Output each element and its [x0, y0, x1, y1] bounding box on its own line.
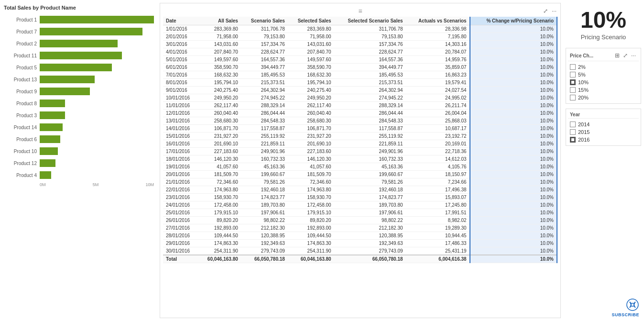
- table-row[interactable]: 20/01/2016181,509.70199,660.67181,509.70…: [163, 171, 557, 178]
- table-row[interactable]: 28/01/2016109,444.50120,388.95109,444.50…: [163, 232, 557, 240]
- bar-row[interactable]: Product 13: [4, 74, 154, 85]
- bar-row[interactable]: Product 12: [4, 158, 154, 168]
- table-header-cell[interactable]: Selected Scenario Sales: [334, 17, 406, 25]
- year-slicer-item[interactable]: 2016: [568, 136, 639, 144]
- subscribe-dna-icon[interactable]: [626, 298, 639, 311]
- bar-row[interactable]: Product 4: [4, 170, 154, 180]
- table-row[interactable]: 27/01/2016192,893.00212,182.30192,893.00…: [163, 224, 557, 232]
- checkbox[interactable]: [570, 129, 576, 135]
- table-row[interactable]: 15/01/2016231,927.20255,119.92231,927.20…: [163, 133, 557, 140]
- table-cell: 10.0%: [470, 71, 557, 79]
- checkbox[interactable]: [570, 87, 576, 93]
- bar-row[interactable]: Product 3: [4, 110, 154, 121]
- table-row[interactable]: 3/01/2016143,031.60157,334.76143,031.601…: [163, 41, 557, 48]
- table-header-cell[interactable]: Selected Sales: [288, 17, 334, 25]
- table-row[interactable]: 11/01/2016262,117.40288,329.14262,117.40…: [163, 102, 557, 110]
- table-header-cell[interactable]: Date: [163, 17, 198, 25]
- bar-row[interactable]: Product 14: [4, 122, 154, 133]
- table-row[interactable]: 22/01/2016174,963.80192,460.18174,963.80…: [163, 186, 557, 194]
- table-header-cell[interactable]: % Change w/Pricing Scenario: [470, 17, 557, 25]
- table-row[interactable]: 19/01/201641,057.6045,163.3641,057.6045,…: [163, 163, 557, 171]
- table-row[interactable]: 4/01/2016207,840.70228,624.77207,840.702…: [163, 48, 557, 56]
- table-cell: 174,863.30: [288, 240, 334, 247]
- price-slicer-item[interactable]: 5%: [568, 71, 639, 78]
- price-slicer-item[interactable]: 10%: [568, 78, 639, 86]
- checkbox[interactable]: [570, 64, 576, 70]
- table-cell: 25/01/2016: [163, 209, 198, 217]
- price-slicer-item[interactable]: 15%: [568, 86, 639, 94]
- table-cell: 143,031.60: [198, 41, 241, 48]
- table-header-cell[interactable]: All Sales: [198, 17, 241, 25]
- checkbox[interactable]: [570, 95, 576, 100]
- table-cell: 168,632.30: [198, 71, 241, 79]
- price-slicer-expand-icon[interactable]: ⤢: [622, 51, 629, 60]
- table-cell: 286,044.44: [241, 110, 288, 117]
- table-row[interactable]: 17/01/2016227,183.60249,901.96227,183.60…: [163, 148, 557, 155]
- table-cell: 227,183.60: [288, 148, 334, 155]
- table-row[interactable]: 1/01/2016283,369.80311,706.78283,369.803…: [163, 25, 557, 33]
- price-slicer-more-icon[interactable]: ···: [630, 51, 637, 60]
- bar-row[interactable]: Product 2: [4, 38, 154, 49]
- table-row[interactable]: 13/01/2016258,680.30284,548.33258,680.30…: [163, 117, 557, 125]
- table-cell: 174,823.77: [334, 194, 406, 201]
- price-slicer-item[interactable]: 20%: [568, 94, 639, 101]
- table-row[interactable]: 18/01/2016146,120.30160,732.33146,120.30…: [163, 155, 557, 163]
- table-cell: 189,703.80: [241, 201, 288, 209]
- table-header-cell[interactable]: Scenario Sales: [241, 17, 288, 25]
- checkbox[interactable]: [570, 137, 576, 143]
- table-cell: 11/01/2016: [163, 102, 198, 110]
- table-row[interactable]: 12/01/2016260,040.40286,044.44260,040.40…: [163, 110, 557, 117]
- table-row[interactable]: 29/01/2016174,863.30192,349.63174,863.30…: [163, 240, 557, 247]
- table-row[interactable]: 24/01/2016172,458.00189,703.80172,458.00…: [163, 201, 557, 209]
- table-cell: 72,346.60: [198, 178, 241, 186]
- table-row[interactable]: 26/01/201689,820.2098,802.2289,820.2098,…: [163, 217, 557, 224]
- table-row[interactable]: 7/01/2016168,632.30185,495.53168,632.301…: [163, 71, 557, 79]
- left-panel: Total Sales by Product Name Product 1Pro…: [0, 0, 158, 321]
- year-slicer-item[interactable]: 2015: [568, 128, 639, 136]
- table-row[interactable]: 23/01/2016158,930.70174,823.77158,930.70…: [163, 194, 557, 201]
- year-slicer-item[interactable]: 2014: [568, 121, 639, 128]
- expand-icon[interactable]: ⤢: [542, 7, 549, 15]
- table-row[interactable]: 30/01/2016254,311.90279,743.09254,311.90…: [163, 247, 557, 255]
- checkbox[interactable]: [570, 79, 576, 85]
- drag-handle-icon[interactable]: ≡: [358, 7, 362, 15]
- table-cell: 17,991.51: [406, 209, 470, 217]
- bar-row[interactable]: Product 8: [4, 98, 154, 109]
- checkbox[interactable]: [570, 122, 576, 127]
- bar-row[interactable]: Product 10: [4, 146, 154, 156]
- table-header-cell[interactable]: Actuals vs Scenarios: [406, 17, 470, 25]
- table-cell: 10.0%: [470, 217, 557, 224]
- table-cell: 249,950.20: [288, 94, 334, 102]
- table-row[interactable]: 5/01/2016149,597.60164,557.36149,597.601…: [163, 56, 557, 64]
- table-cell: 117,558.87: [241, 125, 288, 133]
- table-row[interactable]: 10/01/2016249,950.20274,945.22249,950.20…: [163, 94, 557, 102]
- table-wrapper[interactable]: DateAll SalesScenario SalesSelected Sale…: [163, 17, 557, 263]
- bar-row[interactable]: Product 11: [4, 50, 154, 61]
- table-row[interactable]: 21/01/201672,346.6079,581.2672,346.6079,…: [163, 178, 557, 186]
- table-row[interactable]: 2/01/201671,958.0079,153.8071,958.0079,1…: [163, 33, 557, 41]
- bar-row[interactable]: Product 1: [4, 14, 154, 25]
- checkbox[interactable]: [570, 72, 576, 77]
- bar-row[interactable]: Product 5: [4, 62, 154, 73]
- table-cell: 146,120.30: [288, 155, 334, 163]
- table-row[interactable]: 6/01/2016358,590.70394,449.77358,590.703…: [163, 64, 557, 71]
- subscribe-label[interactable]: SUBSCRIBE: [611, 312, 639, 317]
- price-slicer-grid-icon[interactable]: ⊞: [614, 51, 621, 60]
- bar-row[interactable]: Product 7: [4, 26, 154, 37]
- table-row[interactable]: 16/01/2016201,690.10221,859.11201,690.10…: [163, 140, 557, 148]
- table-row[interactable]: 14/01/2016106,871.70117,558.87106,871.70…: [163, 125, 557, 133]
- price-slicer-item[interactable]: 2%: [568, 63, 639, 71]
- axis-label: 0M: [40, 182, 46, 187]
- bar-row[interactable]: Product 9: [4, 86, 154, 97]
- table-cell: 106,871.70: [198, 125, 241, 133]
- table-total-cell: 60,046,163.80: [198, 255, 241, 263]
- table-row[interactable]: 25/01/2016179,915.10197,906.61179,915.10…: [163, 209, 557, 217]
- bar-row[interactable]: Product 6: [4, 134, 154, 144]
- table-cell: 4/01/2016: [163, 48, 198, 56]
- axis-label: 10M: [145, 182, 154, 187]
- more-options-icon[interactable]: ···: [551, 7, 557, 15]
- table-row[interactable]: 9/01/2016240,275.40264,302.94240,275.402…: [163, 87, 557, 94]
- table-cell: 207,840.70: [288, 48, 334, 56]
- table-row[interactable]: 8/01/2016195,794.10215,373.51195,794.102…: [163, 79, 557, 87]
- table-cell: 174,963.80: [288, 186, 334, 194]
